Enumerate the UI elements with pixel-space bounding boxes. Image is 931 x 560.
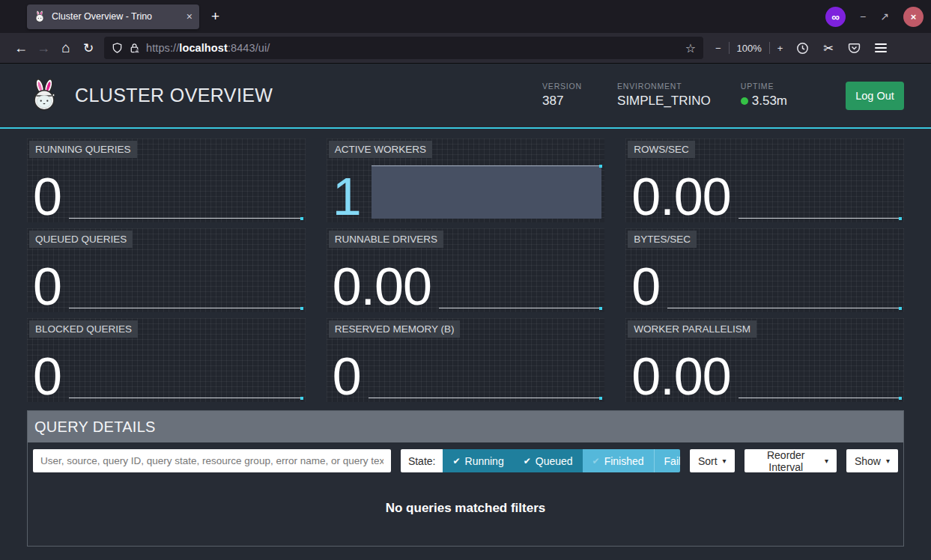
page-title: CLUSTER OVERVIEW	[75, 85, 273, 106]
uptime-value: 3.53m	[741, 94, 787, 109]
stat-value: 0	[333, 353, 361, 401]
url-host: localhost	[179, 42, 228, 54]
check-icon: ✔	[452, 456, 460, 466]
uptime-status-dot	[741, 97, 748, 105]
browser-titlebar: Cluster Overview - Trino × + ∞ − ↗ ×	[0, 0, 931, 33]
state-button-running[interactable]: ✔ Running	[443, 449, 513, 472]
query-details-title: QUERY DETAILS	[34, 419, 156, 436]
stat-value: 1	[333, 173, 361, 221]
stat-tile-blocked-queries: BLOCKED QUERIES 0	[27, 318, 306, 402]
stat-label: RUNNABLE DRIVERS	[329, 231, 443, 248]
chevron-down-icon: ▾	[723, 457, 727, 465]
separator	[729, 42, 730, 54]
environment-block: ENVIRONMENT SIMPLE_TRINO	[617, 82, 711, 109]
browser-toolbar: ← → ⌂ ↻ https://localhost:8443/ui/ ☆ − 1…	[0, 33, 931, 64]
state-button-failed-dropdown[interactable]: Failed ▾	[654, 449, 680, 472]
trino-favicon	[34, 10, 46, 22]
version-label: VERSION	[542, 82, 587, 91]
uptime-label: UPTIME	[741, 82, 787, 91]
stat-value: 0	[33, 173, 61, 221]
tab-close-icon[interactable]: ×	[186, 11, 192, 22]
uptime-block: UPTIME 3.53m	[741, 82, 787, 109]
empty-queries-message: No queries matched filters	[28, 479, 903, 546]
stat-tile-active-workers: ACTIVE WORKERS 1	[327, 139, 605, 222]
stat-value: 0	[631, 263, 660, 311]
stat-tile-rows-sec: ROWS/SEC 0.00	[625, 139, 904, 222]
forward-icon[interactable]: →	[32, 40, 55, 56]
stat-value: 0	[33, 353, 61, 401]
stat-value: 0	[33, 263, 61, 311]
show-dropdown-button[interactable]: Show ▾	[846, 449, 898, 472]
window-controls: ∞ − ↗ ×	[825, 7, 924, 27]
bookmark-star-icon[interactable]: ☆	[685, 41, 696, 55]
chevron-down-icon: ▾	[825, 457, 828, 465]
stat-label: ROWS/SEC	[628, 141, 695, 158]
page-header: CLUSTER OVERVIEW VERSION 387 ENVIRONMENT…	[0, 64, 931, 129]
stat-tile-worker-parallelism: WORKER PARALLELISM 0.00	[625, 318, 904, 402]
version-value: 387	[542, 94, 587, 109]
version-block: VERSION 387	[542, 82, 587, 109]
toolbar-extensions: ✂	[796, 41, 886, 55]
stat-label: ACTIVE WORKERS	[329, 141, 432, 158]
private-browsing-icon: ∞	[825, 7, 846, 27]
stat-label: BLOCKED QUERIES	[29, 320, 138, 338]
reorder-interval-dropdown-button[interactable]: Reorder Interval ▾	[745, 449, 837, 472]
state-button-finished[interactable]: ✔ Finished	[583, 449, 654, 472]
close-window-button[interactable]: ×	[903, 7, 924, 27]
tab-title: Cluster Overview - Trino	[52, 11, 181, 22]
stat-label: RUNNING QUERIES	[29, 141, 137, 158]
zoom-controls: − 100% +	[715, 42, 783, 54]
restore-button[interactable]: ↗	[880, 10, 889, 22]
check-icon: ✔	[592, 456, 600, 466]
screenshot-scissors-icon[interactable]: ✂	[823, 41, 833, 55]
sort-dropdown-button[interactable]: Sort ▾	[690, 449, 735, 472]
state-filter-label: State:	[401, 449, 443, 472]
stat-value: 0.00	[333, 263, 431, 311]
stat-label: QUEUED QUERIES	[29, 231, 133, 248]
stat-tile-queued-queries: QUEUED QUERIES 0	[27, 228, 306, 312]
separator	[769, 42, 770, 54]
state-filter-group: State: ✔ Running ✔ Queued ✔ Finished Fai…	[401, 449, 680, 472]
query-filters-row: State: ✔ Running ✔ Queued ✔ Finished Fai…	[28, 442, 903, 479]
browser-tab[interactable]: Cluster Overview - Trino ×	[27, 4, 199, 29]
menu-hamburger-icon[interactable]	[875, 43, 887, 52]
query-details-header: QUERY DETAILS	[28, 411, 903, 442]
tab-strip: Cluster Overview - Trino × +	[0, 4, 825, 29]
zoom-level[interactable]: 100%	[737, 43, 762, 54]
history-clock-icon[interactable]	[796, 42, 809, 55]
stat-tile-running-queries: RUNNING QUERIES 0	[27, 139, 306, 222]
minimize-button[interactable]: −	[860, 10, 866, 22]
zoom-out-icon[interactable]: −	[715, 43, 721, 54]
trino-cluster-overview-page: CLUSTER OVERVIEW VERSION 387 ENVIRONMENT…	[0, 64, 931, 560]
query-details-panel: QUERY DETAILS State: ✔ Running ✔ Queued …	[27, 410, 904, 547]
reload-icon[interactable]: ↻	[77, 40, 100, 56]
stat-value: 0.00	[631, 173, 730, 221]
stat-label: RESERVED MEMORY (B)	[329, 320, 461, 338]
cluster-meta: VERSION 387 ENVIRONMENT SIMPLE_TRINO UPT…	[542, 82, 904, 110]
stat-label: WORKER PARALLELISM	[628, 320, 756, 338]
stat-value: 0.00	[631, 353, 730, 401]
chevron-down-icon: ▾	[886, 457, 890, 465]
logout-button[interactable]: Log Out	[846, 82, 904, 110]
sparkline	[731, 139, 903, 222]
new-tab-button[interactable]: +	[211, 8, 219, 25]
home-icon[interactable]: ⌂	[55, 40, 77, 56]
environment-value: SIMPLE_TRINO	[617, 94, 711, 109]
lock-warning-icon[interactable]	[129, 42, 140, 54]
state-button-queued[interactable]: ✔ Queued	[514, 449, 583, 472]
stats-grid: RUNNING QUERIES 0 ACTIVE WORKERS 1 ROWS/…	[0, 129, 931, 402]
pocket-icon[interactable]	[848, 42, 861, 55]
shield-icon[interactable]	[112, 42, 123, 54]
zoom-in-icon[interactable]: +	[777, 43, 783, 54]
stat-label: BYTES/SEC	[628, 231, 697, 248]
stat-tile-runnable-drivers: RUNNABLE DRIVERS 0.00	[327, 228, 605, 312]
sparkline	[431, 228, 603, 312]
url-text[interactable]: https://localhost:8443/ui/	[146, 42, 270, 54]
url-bar[interactable]: https://localhost:8443/ui/ ☆	[104, 37, 703, 59]
environment-label: ENVIRONMENT	[617, 82, 711, 91]
stat-tile-bytes-sec: BYTES/SEC 0	[625, 228, 904, 312]
back-icon[interactable]: ←	[10, 40, 32, 56]
check-icon: ✔	[524, 456, 531, 466]
query-search-input[interactable]	[33, 449, 391, 472]
stat-tile-reserved-memory: RESERVED MEMORY (B) 0	[327, 318, 605, 402]
